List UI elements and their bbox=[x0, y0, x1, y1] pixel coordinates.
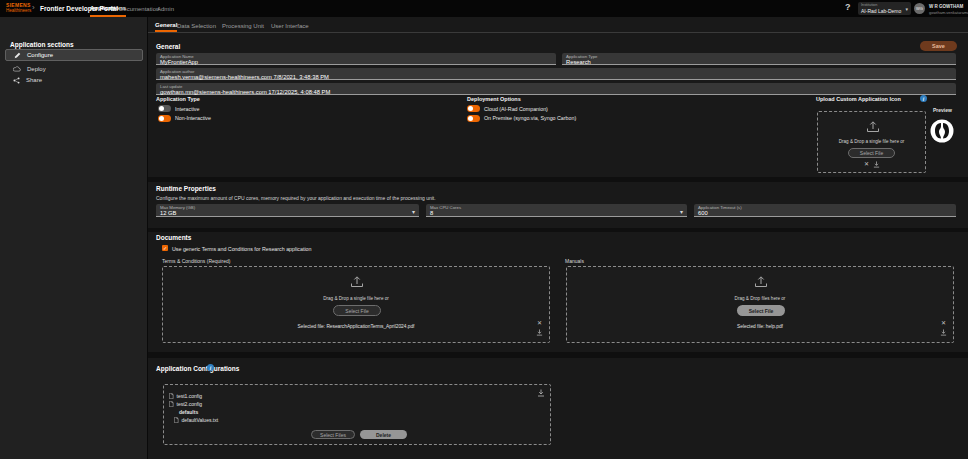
config-file-name: defaultValues.txt bbox=[182, 417, 219, 423]
sidebar-header: Application sections bbox=[10, 41, 74, 48]
interactive-toggle[interactable] bbox=[158, 105, 171, 112]
on-premise-toggle[interactable] bbox=[467, 115, 480, 122]
remove-file-icon[interactable]: ✕ bbox=[537, 320, 542, 326]
file-icon bbox=[169, 393, 174, 399]
cloud-toggle[interactable] bbox=[467, 105, 480, 112]
sidebar-item-label: Deploy bbox=[27, 66, 46, 72]
select-file-button[interactable]: Select File bbox=[848, 148, 895, 158]
config-file-row[interactable]: defaultValues.txt bbox=[174, 417, 218, 423]
chevron-down-icon: ▾ bbox=[680, 208, 683, 215]
config-folder-name: defaults bbox=[179, 409, 198, 415]
info-icon[interactable]: i bbox=[920, 95, 927, 102]
select-files-button[interactable]: Select Files bbox=[311, 430, 355, 439]
user-email: gowtham.venkataraman.lead... bbox=[929, 10, 968, 15]
download-icon[interactable] bbox=[940, 329, 947, 336]
selected-file-text: Selected file: ResearchApplicationTerms_… bbox=[163, 324, 549, 329]
avatar[interactable]: WG bbox=[914, 3, 925, 14]
field-value: 600 bbox=[698, 210, 952, 217]
section-divider bbox=[148, 352, 968, 358]
file-icon bbox=[169, 401, 174, 407]
sidebar-item-label: Share bbox=[26, 77, 42, 83]
generic-terms-label: Use generic Terms and Conditions for Res… bbox=[172, 246, 311, 252]
download-icon[interactable] bbox=[537, 389, 545, 397]
help-icon[interactable]: ? bbox=[845, 2, 851, 12]
config-file-row[interactable]: test1.config bbox=[169, 393, 202, 399]
pencil-icon bbox=[14, 52, 21, 59]
terms-label: Terms & Conditions (Required) bbox=[162, 258, 230, 264]
sidebar-item-share[interactable]: Share bbox=[5, 74, 143, 86]
section-divider bbox=[148, 177, 968, 182]
icon-upload-dropzone[interactable]: Drag & Drop a single file here or Select… bbox=[817, 111, 926, 173]
chevron-down-icon: ▾ bbox=[412, 208, 415, 215]
general-heading: General bbox=[156, 43, 180, 50]
select-file-button[interactable]: Select File bbox=[737, 305, 785, 316]
drag-drop-text: Drag & Drop files here or bbox=[567, 296, 953, 301]
toggle-label: On Premise (syngo.via, Syngo Carbon) bbox=[484, 115, 576, 121]
tab-data-selection[interactable]: Data Selection bbox=[177, 19, 216, 32]
field-value: MyFrontierApp bbox=[160, 59, 552, 66]
upload-icon bbox=[754, 275, 768, 288]
runtime-description: Configure the maximum amount of CPU core… bbox=[156, 195, 436, 201]
toggle-label: Cloud (AI-Rad Companion) bbox=[484, 106, 548, 112]
last-update-field: Last update gowtham.mn@siemens-healthine… bbox=[156, 83, 956, 95]
upload-icon bbox=[866, 120, 880, 133]
delete-button[interactable]: Delete bbox=[360, 430, 407, 439]
breadcrumb-chevron-icon: › bbox=[32, 3, 35, 12]
user-name: W R GOWTHAM bbox=[929, 4, 963, 9]
download-icon[interactable] bbox=[536, 329, 543, 336]
configurations-dropzone[interactable]: test1.config test2.config defaults defau… bbox=[163, 384, 551, 445]
field-value: 12 GB bbox=[160, 210, 415, 217]
application-type-field[interactable]: Application Type Research bbox=[562, 53, 956, 65]
runtime-heading: Runtime Properties bbox=[156, 185, 216, 192]
institution-value: AI-Rad Lab-Demo bbox=[861, 8, 908, 14]
select-file-button[interactable]: Select File bbox=[333, 305, 381, 316]
save-button[interactable]: Save bbox=[920, 41, 957, 51]
chevron-down-icon: ▾ bbox=[905, 6, 908, 12]
terms-dropzone[interactable]: Drag & Drop a single file here or Select… bbox=[162, 266, 550, 343]
info-icon[interactable]: i bbox=[207, 364, 214, 371]
upload-icon bbox=[350, 275, 364, 288]
remove-file-icon[interactable]: ✕ bbox=[941, 320, 946, 326]
cloud-icon bbox=[13, 66, 21, 72]
section-divider bbox=[148, 228, 968, 232]
documents-heading: Documents bbox=[156, 234, 191, 241]
manuals-label: Manuals bbox=[565, 258, 584, 264]
toggle-label: Interactive bbox=[175, 106, 199, 112]
selected-file-text: Selected file: help.pdf bbox=[567, 324, 953, 329]
icon-upload-title: Upload Custom Application Icon bbox=[816, 96, 901, 102]
remove-file-icon[interactable]: ✕ bbox=[864, 161, 869, 167]
tabbar-divider bbox=[148, 32, 968, 33]
application-name-field[interactable]: Application Name MyFrontierApp bbox=[156, 53, 556, 65]
manuals-dropzone[interactable]: Drag & Drop files here or Select File Se… bbox=[566, 266, 954, 343]
field-value: mahesh.verma@siemens-healthineers.com 7/… bbox=[160, 74, 952, 81]
config-file-row[interactable]: test2.config bbox=[169, 401, 202, 407]
sidebar-item-configure[interactable]: Configure bbox=[5, 49, 143, 61]
tab-processing-unit[interactable]: Processing Unit bbox=[222, 19, 264, 32]
configurations-heading: Application Configurations bbox=[156, 365, 239, 372]
non-interactive-toggle[interactable] bbox=[158, 115, 171, 122]
deployment-options-title: Deployment Options bbox=[467, 96, 521, 102]
application-icon-preview bbox=[930, 119, 954, 143]
generic-terms-checkbox[interactable]: ✓ bbox=[162, 245, 168, 251]
application-timeout-field[interactable]: Application Timeout (s) 600 bbox=[694, 204, 956, 217]
tab-user-interface[interactable]: User Interface bbox=[271, 19, 309, 32]
brand-logo-sub: Healthineers bbox=[6, 8, 31, 13]
field-value: gowtham.mn@siemens-healthineers.com 17/1… bbox=[160, 89, 952, 96]
tab-general[interactable]: General bbox=[155, 19, 177, 32]
sidebar-item-label: Configure bbox=[27, 52, 53, 58]
max-cpu-cores-select[interactable]: Max CPU Cores 8 ▾ bbox=[426, 204, 687, 217]
application-type-title: Application Type bbox=[156, 96, 200, 102]
nav-documentation[interactable]: Documentation bbox=[119, 0, 159, 17]
institution-select[interactable]: Institution AI-Rad Lab-Demo ▾ bbox=[858, 2, 911, 15]
config-file-name: test2.config bbox=[177, 401, 203, 407]
preview-label: Preview bbox=[933, 107, 952, 113]
download-icon[interactable] bbox=[873, 161, 880, 168]
application-author-field: Application author mahesh.verma@siemens-… bbox=[156, 68, 956, 80]
sidebar: Application sections Configure Deploy Sh… bbox=[0, 17, 148, 459]
config-file-name: test1.config bbox=[177, 393, 203, 399]
share-icon bbox=[13, 77, 20, 84]
nav-admin[interactable]: Admin bbox=[157, 0, 174, 17]
config-folder-row[interactable]: defaults bbox=[179, 409, 198, 415]
max-memory-select[interactable]: Max Memory (GB) 12 GB ▾ bbox=[156, 204, 419, 217]
top-bar: SIEMENS Healthineers › Frontier Develope… bbox=[0, 0, 968, 17]
